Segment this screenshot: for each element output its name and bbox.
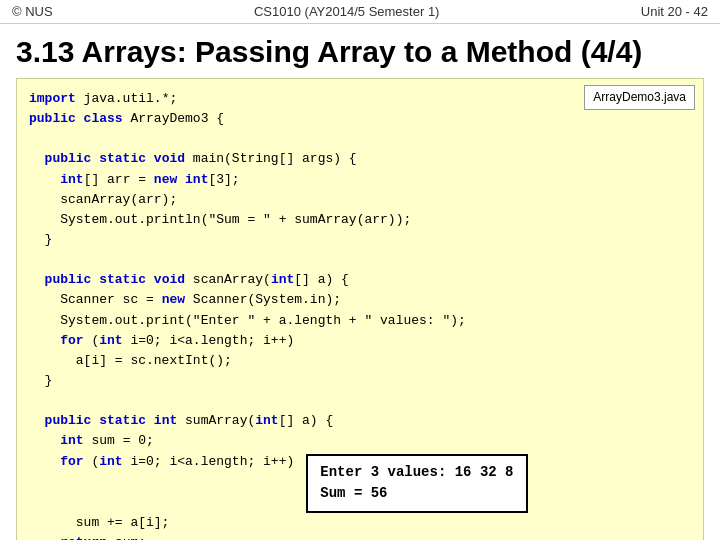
code-line-8: } xyxy=(29,230,691,250)
code-left: for (int i=0; i<a.length; i++) xyxy=(29,452,294,472)
code-with-output: for (int i=0; i<a.length; i++) Enter 3 v… xyxy=(29,452,691,513)
code-line-6: scanArray(arr); xyxy=(29,190,691,210)
code-line-4: public static void main(String[] args) { xyxy=(29,149,691,169)
header-right: Unit 20 - 42 xyxy=(641,4,708,19)
title-area: 3.13 Arrays: Passing Array to a Method (… xyxy=(0,24,720,78)
file-badge: ArrayDemo3.java xyxy=(584,85,695,110)
code-line-19: for (int i=0; i<a.length; i++) xyxy=(29,452,294,472)
code-line-13: for (int i=0; i<a.length; i++) xyxy=(29,331,691,351)
code-line-12: System.out.print("Enter " + a.length + "… xyxy=(29,311,691,331)
code-line-16 xyxy=(29,391,691,411)
code-line-5: int[] arr = new int[3]; xyxy=(29,170,691,190)
output-line1: Enter 3 values: 16 32 8 xyxy=(320,462,513,484)
code-line-11: Scanner sc = new Scanner(System.in); xyxy=(29,290,691,310)
code-line-15: } xyxy=(29,371,691,391)
header-left: © NUS xyxy=(12,4,53,19)
code-line-18: int sum = 0; xyxy=(29,431,691,451)
header-center: CS1010 (AY2014/5 Semester 1) xyxy=(254,4,439,19)
output-line2: Sum = 56 xyxy=(320,483,513,505)
code-line-17: public static int sumArray(int[] a) { xyxy=(29,411,691,431)
code-area: ArrayDemo3.java import java.util.*; publ… xyxy=(16,78,704,540)
output-box: Enter 3 values: 16 32 8 Sum = 56 xyxy=(302,452,527,513)
code-line-9 xyxy=(29,250,691,270)
code-line-7: System.out.println("Sum = " + sumArray(a… xyxy=(29,210,691,230)
code-line-20: sum += a[i]; xyxy=(29,513,691,533)
code-line-10: public static void scanArray(int[] a) { xyxy=(29,270,691,290)
code-line-2: public class ArrayDemo3 { xyxy=(29,109,691,129)
code-line-3 xyxy=(29,129,691,149)
code-line-21: return sum; xyxy=(29,533,691,540)
header: © NUS CS1010 (AY2014/5 Semester 1) Unit … xyxy=(0,0,720,24)
slide-title: 3.13 Arrays: Passing Array to a Method (… xyxy=(16,34,704,70)
code-line-14: a[i] = sc.nextInt(); xyxy=(29,351,691,371)
